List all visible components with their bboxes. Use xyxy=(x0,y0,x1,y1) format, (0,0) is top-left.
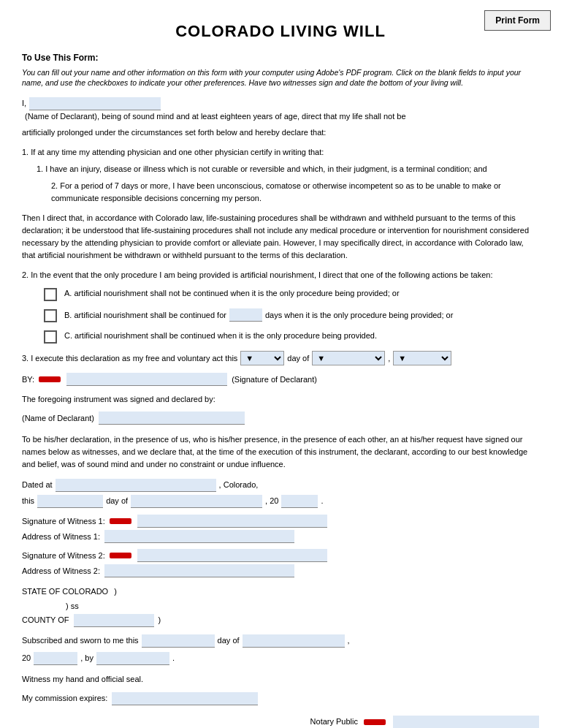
option-c-checkbox[interactable] xyxy=(44,330,57,344)
name-declarant-input[interactable] xyxy=(99,412,245,425)
option-a-checkbox[interactable] xyxy=(44,288,57,301)
witness-paragraph: To be his/her declaration, in the presen… xyxy=(22,433,539,471)
county-label: COUNTY OF xyxy=(22,613,69,628)
option-b-text: B. artificial nourishment shall be conti… xyxy=(64,308,539,322)
use-form-subtitle: You can fill out your name and other inf… xyxy=(22,67,539,88)
witness1-addr-row: Address of Witness 1: xyxy=(22,530,539,543)
subsection1a: 1. I have an injury, disease or illness … xyxy=(37,163,539,175)
sub-year-input[interactable] xyxy=(34,652,77,665)
addr-witness1-label: Address of Witness 1: xyxy=(22,532,100,541)
subscribed-row: Subscribed and sworn to me this day of , xyxy=(22,634,539,648)
days-input[interactable] xyxy=(229,308,262,322)
name-declarant-line: (Name of Declarant) xyxy=(22,412,539,425)
subscribed-date-input[interactable] xyxy=(142,634,215,648)
sub-month-input[interactable] xyxy=(243,634,345,648)
dated-at-input[interactable] xyxy=(56,479,216,492)
witness1-sig-input[interactable] xyxy=(137,515,327,528)
sub-by-input[interactable] xyxy=(96,652,169,665)
option-b-post: days when it is the only procedure being… xyxy=(265,309,453,322)
i-label: I, xyxy=(22,97,26,110)
twenty-label: , 20 xyxy=(265,494,278,509)
county-input[interactable] xyxy=(74,614,154,627)
ss-label: ) ss xyxy=(66,602,79,610)
sig-declarant-input[interactable] xyxy=(66,373,227,386)
year-input[interactable] xyxy=(281,495,318,508)
sub-20-label: 20 xyxy=(22,651,31,666)
foregoing-text: The foregoing instrument was signed and … xyxy=(22,393,539,406)
sub-period: . xyxy=(172,651,175,666)
print-button[interactable]: Print Form xyxy=(484,10,551,31)
option-b-pre: B. artificial nourishment shall be conti… xyxy=(64,309,226,322)
witness-hand-text: Witness my hand and official seal. xyxy=(22,673,539,686)
subscribed-label: Subscribed and sworn to me this xyxy=(22,634,139,648)
option-c-text: C. artificial nourishment shall be conti… xyxy=(64,330,539,342)
sig-declarant-label: (Signature of Declarant) xyxy=(232,375,317,384)
this-input[interactable] xyxy=(37,495,103,508)
state-label: STATE OF COLORADO xyxy=(22,585,108,599)
sub-by-label: , by xyxy=(80,651,94,666)
year-select[interactable]: ▼ xyxy=(393,351,451,365)
witness2-addr-input[interactable] xyxy=(104,564,294,577)
commission-input[interactable] xyxy=(112,692,258,705)
sig-red-mark xyxy=(39,376,61,382)
second-line: artificially prolonged under the circums… xyxy=(22,126,539,139)
by-label: BY: xyxy=(22,375,34,384)
day-of-label2: day of xyxy=(106,494,128,509)
dated-block: Dated at , Colorado, this day of , 20 . xyxy=(22,478,539,509)
section2-heading: 2. In the event that the only procedure … xyxy=(22,269,539,281)
witness1-block: Signature of Witness 1: Address of Witne… xyxy=(22,515,539,543)
comma: , xyxy=(388,354,390,363)
then-paragraph: Then I direct that, in accordance with C… xyxy=(22,212,539,262)
addr-witness2-label: Address of Witness 2: xyxy=(22,566,100,575)
witness2-sig-input[interactable] xyxy=(137,549,327,562)
day-of-input[interactable] xyxy=(131,495,262,508)
sub-day-of-label: day of xyxy=(218,634,240,648)
state-block: STATE OF COLORADO ) ) ss COUNTY OF ) xyxy=(22,585,539,628)
witness1-addr-input[interactable] xyxy=(104,530,294,543)
state-paren: ) xyxy=(114,585,117,599)
first-line-post: (Name of Declarant), being of sound mind… xyxy=(25,110,406,124)
day-select[interactable]: ▼ xyxy=(240,351,284,365)
commission-row: My commission expires: xyxy=(22,691,539,706)
notary-red-mark xyxy=(364,719,386,725)
witness1-sig-row: Signature of Witness 1: xyxy=(22,515,539,528)
section3-pre: 3. I execute this declaration as my free… xyxy=(22,354,237,363)
period-label: . xyxy=(321,494,323,509)
witness2-red-mark xyxy=(110,553,131,558)
section1-heading: 1. If at any time my attending physician… xyxy=(22,146,539,159)
witness2-sig-row: Signature of Witness 2: xyxy=(22,549,539,562)
sig-witness2-label: Signature of Witness 2: xyxy=(22,551,105,560)
declarant-name-input[interactable] xyxy=(29,97,161,110)
sig-witness1-label: Signature of Witness 1: xyxy=(22,517,105,526)
notary-input[interactable] xyxy=(393,716,539,728)
day-of-label: day of xyxy=(287,354,309,363)
subscribed-row2: 20 , by . xyxy=(22,651,539,666)
option-a-row: A. artificial nourishment shall not be c… xyxy=(44,287,539,301)
page-title: COLORADO LIVING WILL xyxy=(22,22,539,41)
witness2-block: Signature of Witness 2: Address of Witne… xyxy=(22,549,539,577)
option-b-row: B. artificial nourishment shall be conti… xyxy=(44,308,539,322)
witness1-red-mark xyxy=(110,518,131,524)
witness2-addr-row: Address of Witness 2: xyxy=(22,564,539,577)
dated-row2: this day of , 20 . xyxy=(22,494,539,509)
month-select[interactable]: ▼ xyxy=(312,351,385,365)
option-c-row: C. artificial nourishment shall be conti… xyxy=(44,330,539,344)
dated-at-label: Dated at xyxy=(22,478,53,493)
notary-section: Subscribed and sworn to me this day of ,… xyxy=(22,634,539,728)
use-form-title: To Use This Form: xyxy=(22,51,539,65)
signature-block: BY: (Signature of Declarant) xyxy=(22,373,539,386)
by-line: BY: (Signature of Declarant) xyxy=(22,373,539,386)
first-line-block: I, (Name of Declarant), being of sound m… xyxy=(22,97,539,124)
option-a-text: A. artificial nourishment shall not be c… xyxy=(64,287,539,300)
dated-row1: Dated at , Colorado, xyxy=(22,478,539,493)
colorado-label: , Colorado, xyxy=(219,478,259,493)
this-label: this xyxy=(22,494,34,509)
subsection1b: 2. For a period of 7 days or more, I hav… xyxy=(51,180,539,205)
notary-public-label: Notary Public xyxy=(310,715,358,728)
name-declarant-label: (Name of Declarant) xyxy=(22,414,94,422)
commission-label: My commission expires: xyxy=(22,691,107,706)
sub-comma: , xyxy=(348,634,350,648)
county-paren: ) xyxy=(159,613,161,628)
notary-public-row: Notary Public xyxy=(22,715,539,728)
option-b-checkbox[interactable] xyxy=(44,309,57,322)
